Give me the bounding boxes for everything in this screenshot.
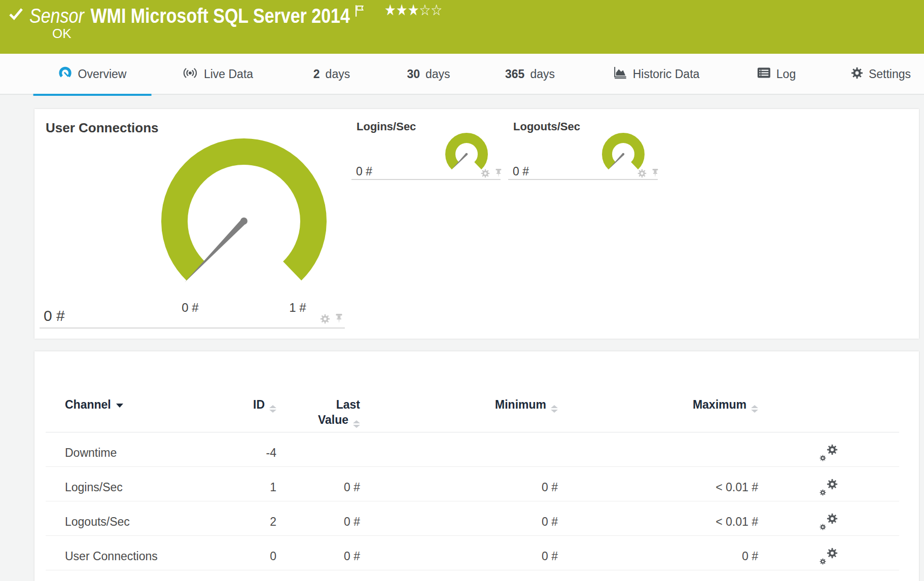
sensor-title: WMI Microsoft SQL Server 2014 <box>90 0 349 27</box>
channel-row-downtime: Downtime -4 <box>46 432 899 467</box>
channel-name[interactable]: Logins/Sec <box>46 481 203 494</box>
channel-name[interactable]: Logouts/Sec <box>46 515 203 529</box>
tab-log-label: Log <box>776 67 796 81</box>
tab-live-data[interactable]: Live Data <box>182 54 253 95</box>
channel-row-logouts: Logouts/Sec 2 0 # 0 # < 0.01 # <box>46 501 899 536</box>
tab-30-days-number: 30 <box>407 67 420 81</box>
flag-icon[interactable] <box>355 0 365 20</box>
channel-maximum: 0 # <box>558 550 758 563</box>
channel-minimum: 0 # <box>360 550 558 563</box>
tab-overview-label: Overview <box>78 67 127 81</box>
sensor-header: Sensor WMI Microsoft SQL Server 2014 ★★★… <box>0 0 924 54</box>
tab-overview[interactable]: Overview <box>33 54 152 95</box>
channel-id: 0 <box>203 550 276 563</box>
user-connections-gauge <box>40 109 345 329</box>
gauge-current-value: 0 # <box>356 165 372 178</box>
log-icon <box>757 67 771 82</box>
sort-arrows-icon <box>551 405 558 413</box>
object-kind-label: Sensor <box>29 0 84 27</box>
tab-bar: Overview Live Data 2 days 30 days 365 da… <box>0 54 924 95</box>
sort-caret-icon <box>116 404 123 408</box>
gauge-settings-gear-icon[interactable] <box>320 314 330 326</box>
channel-last-value: 0 # <box>276 515 360 529</box>
gauges-panel: User Connections 0 # 1 # 0 # Logins/Sec … <box>34 109 919 339</box>
channel-id: -4 <box>203 446 276 460</box>
gauge-pin-icon[interactable] <box>495 169 502 180</box>
gauge-pin-icon[interactable] <box>652 169 659 180</box>
channels-table-panel: Channel ID LastValue Minimum Maximum Dow… <box>34 351 919 581</box>
tab-30-days-unit: days <box>425 67 450 81</box>
tab-2-days-number: 2 <box>313 67 320 81</box>
tab-historic-data-label: Historic Data <box>633 67 700 81</box>
channel-last-value: 0 # <box>276 481 360 494</box>
tab-2-days[interactable]: 2 days <box>313 54 350 95</box>
tab-365-days[interactable]: 365 days <box>505 54 555 95</box>
gauge-min-label: 0 # <box>182 301 198 315</box>
column-header-minimum[interactable]: Minimum <box>360 397 558 428</box>
tab-2-days-unit: days <box>326 67 350 81</box>
channel-name[interactable]: Downtime <box>46 446 203 460</box>
channel-settings-gears-icon[interactable] <box>820 548 838 565</box>
channel-minimum: 0 # <box>360 481 558 494</box>
tab-365-days-number: 365 <box>505 67 524 81</box>
channel-name[interactable]: User Connections <box>46 550 203 563</box>
tab-historic-data[interactable]: Historic Data <box>613 54 700 95</box>
status-check-icon <box>9 8 23 22</box>
gauge-settings-gear-icon[interactable] <box>637 169 647 180</box>
column-header-maximum[interactable]: Maximum <box>558 397 758 428</box>
gauge-title: Logouts/Sec <box>513 120 580 133</box>
tab-30-days[interactable]: 30 days <box>407 54 450 95</box>
channel-id: 1 <box>203 481 276 494</box>
channel-settings-gears-icon[interactable] <box>820 513 838 530</box>
gauge-max-label: 1 # <box>289 301 306 315</box>
tab-365-days-unit: days <box>530 67 555 81</box>
logouts-gauge <box>508 109 658 180</box>
channel-row-user-connections: User Connections 0 0 # 0 # 0 # <box>46 536 899 570</box>
sort-arrows-icon <box>353 420 360 428</box>
table-header-row: Channel ID LastValue Minimum Maximum <box>46 351 899 432</box>
column-header-last-value[interactable]: LastValue <box>276 397 360 428</box>
channel-minimum: 0 # <box>360 515 558 529</box>
sensor-status: OK <box>52 26 72 42</box>
gauge-module-logins: Logins/Sec 0 # <box>351 109 501 180</box>
channel-maximum: < 0.01 # <box>558 515 758 529</box>
live-data-icon <box>182 66 198 83</box>
settings-gear-icon <box>851 67 863 82</box>
logins-gauge <box>351 109 501 180</box>
channel-maximum: < 0.01 # <box>558 481 758 494</box>
sort-arrows-icon <box>269 405 276 413</box>
gauge-current-value: 0 # <box>513 165 529 178</box>
gauge-settings-gear-icon[interactable] <box>481 169 490 180</box>
overview-gauge-icon <box>58 66 73 83</box>
column-header-channel[interactable]: Channel <box>46 397 203 428</box>
channel-settings-gears-icon[interactable] <box>820 479 838 496</box>
channel-last-value: 0 # <box>276 550 360 563</box>
tab-live-data-label: Live Data <box>204 67 253 81</box>
gauge-pin-icon[interactable] <box>335 314 343 326</box>
historic-data-icon <box>613 66 627 83</box>
tab-log[interactable]: Log <box>757 54 796 95</box>
priority-stars[interactable]: ★★★☆☆ <box>384 0 442 19</box>
gauge-title: Logins/Sec <box>357 120 416 133</box>
channel-settings-gears-icon[interactable] <box>820 444 838 461</box>
channel-row-logins: Logins/Sec 1 0 # 0 # < 0.01 # <box>46 467 899 501</box>
gauge-current-value: 0 # <box>44 307 65 324</box>
tab-settings[interactable]: Settings <box>851 54 911 95</box>
column-header-id[interactable]: ID <box>203 397 276 428</box>
sort-arrows-icon <box>751 405 758 413</box>
gauge-module-user-connections: User Connections 0 # 1 # 0 # <box>40 109 345 329</box>
tab-settings-label: Settings <box>869 67 911 81</box>
channel-id: 2 <box>203 515 276 529</box>
gauge-module-logouts: Logouts/Sec 0 # <box>508 109 658 180</box>
gauge-title: User Connections <box>46 120 159 136</box>
